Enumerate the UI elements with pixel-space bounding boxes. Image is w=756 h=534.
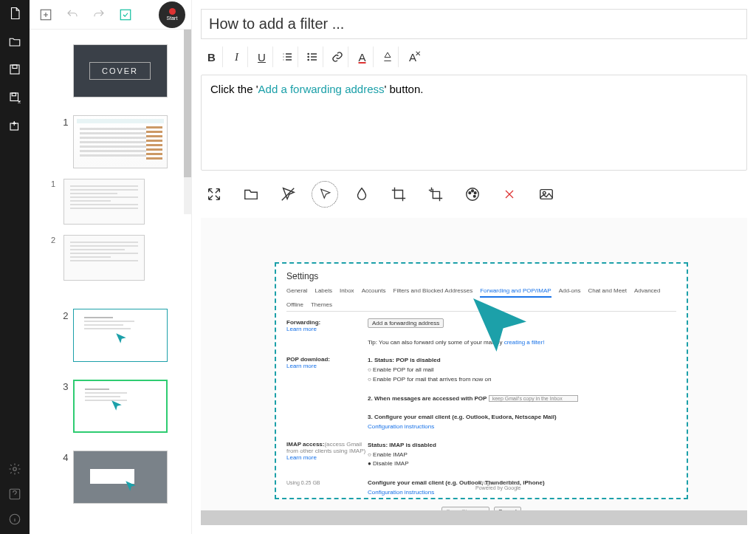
underline-button[interactable]: U (251, 47, 273, 67)
thumbs-toolbar: Start (30, 0, 191, 30)
svg-rect-1 (13, 65, 17, 69)
highlight-button[interactable] (377, 47, 399, 67)
info-icon[interactable] (7, 512, 22, 527)
svg-rect-9 (120, 10, 131, 20)
open-icon[interactable] (7, 34, 22, 49)
link-button[interactable] (326, 47, 348, 67)
start-record-button[interactable]: Start (159, 1, 185, 28)
save-icon[interactable] (7, 62, 22, 77)
mock-settings-title: Settings (286, 271, 676, 281)
left-rail (0, 0, 30, 534)
numbered-list-button[interactable] (276, 47, 298, 67)
folder-icon[interactable] (238, 181, 264, 208)
svg-rect-0 (10, 65, 19, 74)
desc-text-prefix: Click the ' (210, 83, 258, 95)
format-toolbar: B I U A A✕ (192, 44, 756, 75)
mock-add-fwd-button: Add a forwarding address (368, 318, 444, 328)
no-cursor-icon[interactable] (275, 181, 301, 208)
start-label: Start (167, 16, 178, 21)
thumb-step-1-sub-2[interactable]: 2 (63, 235, 145, 281)
svg-rect-2 (10, 93, 18, 101)
expand-icon[interactable] (201, 181, 227, 208)
bullet-list-button[interactable] (301, 47, 323, 67)
thumb-number: 1 (54, 115, 73, 128)
save-as-icon[interactable] (7, 90, 22, 105)
desc-text-suffix: ' button. (385, 83, 424, 95)
image-toolbar (192, 171, 756, 218)
text-color-button[interactable]: A (351, 47, 374, 67)
help-icon[interactable] (7, 487, 22, 502)
thumb-step-2[interactable] (73, 309, 168, 362)
blur-icon[interactable] (348, 181, 375, 208)
svg-point-12 (308, 59, 309, 60)
desc-link: Add a forwarding address (258, 83, 385, 95)
color-picker-icon[interactable] (459, 181, 486, 208)
thumb-number: 2 (54, 309, 73, 321)
export-icon[interactable] (7, 118, 22, 133)
clear-format-button[interactable]: A✕ (402, 47, 424, 67)
thumbnails-panel: Start COVER 1 PREVIEW 1 2 2 (30, 0, 192, 534)
delete-image-icon[interactable] (496, 181, 523, 208)
mock-taskbar (201, 510, 747, 525)
record-icon (169, 8, 176, 15)
svg-point-14 (469, 192, 471, 194)
main-editor: B I U A A✕ Click the 'Add a forwarding a… (192, 0, 756, 534)
thumb-cover[interactable]: COVER (73, 44, 168, 97)
svg-point-11 (308, 56, 309, 57)
add-slide-button[interactable] (35, 4, 56, 25)
cover-label: COVER (89, 62, 151, 80)
svg-rect-3 (12, 93, 16, 96)
screenshot-canvas[interactable]: Settings General Labels Inbox Accounts F… (201, 218, 747, 525)
svg-point-15 (472, 190, 474, 192)
new-doc-icon[interactable] (7, 6, 22, 21)
cursor-tool-icon[interactable] (312, 181, 338, 208)
thumb-step-1[interactable]: PREVIEW (73, 115, 168, 168)
svg-point-5 (13, 468, 17, 471)
svg-point-10 (308, 53, 309, 54)
svg-point-19 (543, 191, 546, 194)
cursor-marker-icon[interactable] (467, 292, 533, 358)
step-description-area[interactable]: Click the 'Add a forwarding address' but… (201, 75, 747, 171)
capture-button[interactable] (115, 4, 136, 25)
svg-point-17 (473, 195, 475, 197)
crop-all-icon[interactable] (422, 181, 449, 208)
redo-button[interactable] (89, 4, 109, 25)
italic-button[interactable]: I (226, 47, 248, 67)
thumb-step-3[interactable] (73, 380, 168, 433)
replace-image-icon[interactable] (533, 181, 560, 208)
undo-button[interactable] (62, 4, 83, 25)
thumb-number: 3 (54, 380, 73, 392)
crop-icon[interactable] (385, 181, 412, 208)
thumb-step-4[interactable] (73, 451, 168, 504)
step-title-input[interactable] (201, 9, 747, 39)
thumb-step-1-sub-1[interactable]: 1 (63, 179, 145, 225)
settings-icon[interactable] (7, 462, 22, 476)
thumb-number: 4 (54, 451, 73, 463)
bold-button[interactable]: B (201, 47, 223, 67)
svg-point-16 (474, 192, 476, 194)
